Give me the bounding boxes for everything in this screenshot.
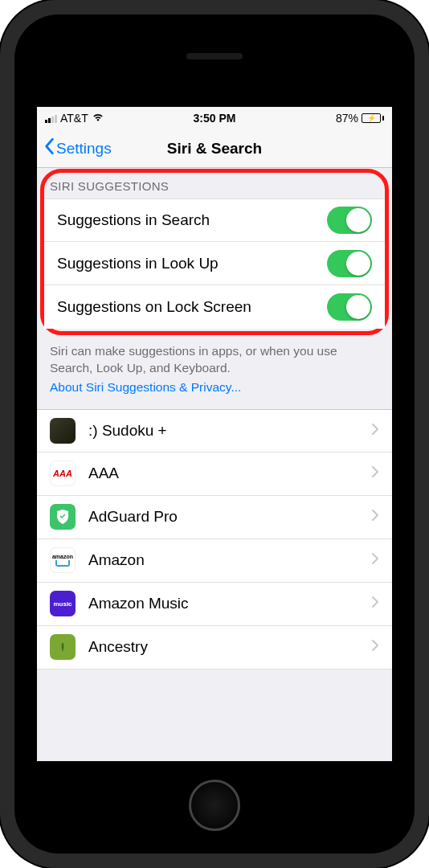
footer-text: Siri can make suggestions in apps, or wh… (37, 335, 392, 380)
chevron-left-icon (43, 137, 55, 159)
screen: AT&T 3:50 PM 87% ⚡ (37, 107, 392, 761)
nav-bar: Settings Siri & Search (37, 129, 392, 168)
app-icon-sudoku (50, 418, 76, 444)
wifi-icon (92, 112, 104, 125)
device-frame: AT&T 3:50 PM 87% ⚡ (0, 0, 429, 868)
signal-icon (45, 113, 57, 123)
chevron-right-icon (371, 552, 379, 568)
page-title: Siri & Search (167, 140, 262, 158)
toggle-label: Suggestions on Lock Screen (57, 298, 327, 316)
app-label: Amazon Music (88, 595, 371, 612)
status-bar: AT&T 3:50 PM 87% ⚡ (37, 107, 392, 129)
app-icon-amazon-music: music (50, 591, 76, 616)
app-label: Ancestry (88, 638, 371, 656)
highlight-annotation: Suggestions in Search Suggestions in Loo… (40, 169, 389, 335)
app-label: AAA (88, 465, 371, 482)
chevron-right-icon (371, 423, 379, 439)
toggle-switch-lookup[interactable] (327, 250, 372, 277)
carrier-label: AT&T (60, 112, 88, 125)
chevron-right-icon (371, 465, 379, 481)
app-icon-ancestry (50, 634, 76, 660)
app-label: AdGuard Pro (88, 508, 371, 526)
app-row-aaa[interactable]: AAA AAA (37, 452, 392, 496)
app-row-sudoku[interactable]: :) Sudoku + (37, 409, 392, 452)
toggle-label: Suggestions in Look Up (57, 255, 327, 272)
back-label: Settings (56, 140, 112, 158)
app-icon-aaa: AAA (50, 461, 76, 486)
chevron-right-icon (371, 596, 379, 612)
app-label: :) Sudoku + (88, 422, 371, 440)
app-row-amazon[interactable]: amazon Amazon (37, 539, 392, 583)
toggle-row-lockscreen: Suggestions on Lock Screen (44, 285, 385, 329)
home-button[interactable] (189, 780, 240, 831)
toggle-switch-lockscreen[interactable] (327, 293, 372, 321)
app-label: Amazon (88, 551, 371, 569)
toggle-switch-search[interactable] (327, 207, 372, 234)
toggle-row-lookup: Suggestions in Look Up (44, 242, 385, 285)
battery-icon: ⚡ (362, 113, 384, 123)
privacy-link[interactable]: About Siri Suggestions & Privacy... (37, 380, 392, 409)
toggle-row-search: Suggestions in Search (44, 199, 385, 242)
chevron-right-icon (371, 509, 379, 525)
chevron-right-icon (371, 639, 379, 655)
app-icon-amazon: amazon (50, 547, 76, 573)
app-list: :) Sudoku + AAA AAA AdGuard Pro (37, 409, 392, 669)
app-row-ancestry[interactable]: Ancestry (37, 626, 392, 669)
speaker-grille (186, 53, 243, 59)
back-button[interactable]: Settings (43, 137, 112, 159)
app-icon-adguard (50, 504, 76, 530)
battery-pct: 87% (336, 112, 358, 125)
app-row-adguard[interactable]: AdGuard Pro (37, 496, 392, 539)
toggle-label: Suggestions in Search (57, 211, 327, 229)
status-time: 3:50 PM (194, 112, 236, 125)
app-row-amazon-music[interactable]: music Amazon Music (37, 583, 392, 626)
